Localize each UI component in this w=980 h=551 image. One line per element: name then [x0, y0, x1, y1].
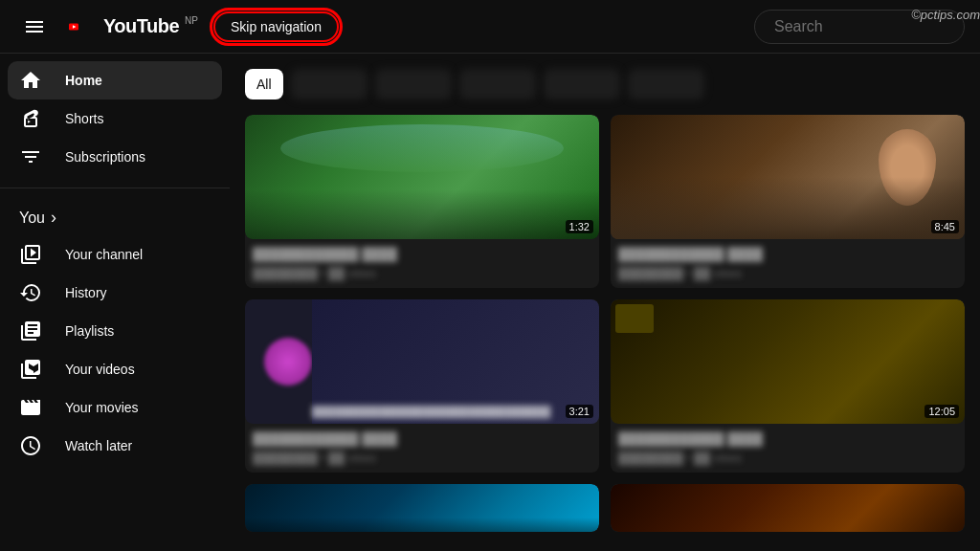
sidebar-your-videos-label: Your videos: [65, 362, 135, 377]
header: YouTube NP Skip navigation Search ©pctip…: [0, 0, 980, 54]
video-card-1[interactable]: 1:32 ████████████ ████ ████████ • ██ vie…: [245, 115, 599, 288]
your-videos-icon: [19, 358, 42, 381]
sidebar-playlists-label: Playlists: [65, 323, 114, 339]
chip-blurred-3: [459, 69, 536, 99]
skip-navigation-button[interactable]: Skip navigation: [213, 11, 339, 42]
thumb-image-2: [611, 115, 965, 239]
thumb-image-3: ████████████████████████████████: [245, 299, 599, 424]
thumb-image-4: [611, 299, 965, 424]
video-thumbnail-6: [611, 484, 965, 532]
your-movies-icon: [19, 396, 42, 419]
sidebar-history-label: History: [65, 285, 107, 300]
sidebar-item-playlists[interactable]: Playlists: [8, 312, 222, 350]
shorts-icon: [19, 107, 42, 130]
duration-badge-2: 8:45: [931, 220, 959, 233]
chip-blurred-2: [375, 69, 452, 99]
chip-all[interactable]: All: [245, 69, 283, 99]
video-info-1: ████████████ ████ ████████ • ██ views: [245, 239, 599, 288]
sidebar-item-your-videos[interactable]: Your videos: [8, 350, 222, 388]
thumb-text-3: ████████████████████████████████: [312, 405, 591, 418]
video-grid: 1:32 ████████████ ████ ████████ • ██ vie…: [245, 115, 965, 473]
video-card-2[interactable]: 8:45 ████████████ ████ ████████ • ██ vie…: [611, 115, 965, 288]
sidebar-watch-later-label: Watch later: [65, 438, 132, 453]
video-title-4: ████████████ ████: [618, 431, 957, 448]
thumb-image-6: [611, 484, 965, 532]
subscriptions-icon: [19, 145, 42, 168]
youtube-logo[interactable]: YouTube NP: [69, 15, 198, 37]
header-left: YouTube NP Skip navigation: [15, 8, 339, 46]
country-code: NP: [185, 15, 198, 26]
video-card-3[interactable]: ████████████████████████████████ 3:21 ██…: [245, 299, 599, 473]
video-info-4: ████████████ ████ ████████ • ██ views: [611, 424, 965, 473]
duration-badge-3: 3:21: [566, 405, 593, 418]
sidebar: Home Shorts Subscriptions You › Your cha…: [0, 54, 230, 551]
video-title-3: ████████████ ████: [253, 431, 591, 448]
video-card-6[interactable]: [611, 484, 965, 532]
sidebar-item-subscriptions[interactable]: Subscriptions: [8, 138, 222, 176]
video-thumbnail-3: ████████████████████████████████ 3:21: [245, 299, 599, 424]
video-meta-1: ████████ • ██ views: [253, 267, 591, 280]
sidebar-item-history[interactable]: History: [8, 274, 222, 312]
youtube-text: YouTube: [103, 15, 179, 37]
sidebar-channel-label: Your channel: [65, 247, 143, 262]
chip-blurred-5: [628, 69, 704, 99]
thumb-image-1: [245, 115, 599, 239]
sidebar-item-home[interactable]: Home: [8, 61, 222, 99]
filter-chips-row: All: [245, 69, 965, 99]
duration-badge-1: 1:32: [566, 220, 593, 233]
sidebar-item-shorts[interactable]: Shorts: [8, 99, 222, 138]
sidebar-item-your-channel[interactable]: Your channel: [8, 235, 222, 274]
video-info-3: ████████████ ████ ████████ • ██ views: [245, 424, 599, 473]
video-info-2: ████████████ ████ ████████ • ██ views: [611, 239, 965, 288]
sidebar-shorts-label: Shorts: [65, 111, 103, 126]
sidebar-home-label: Home: [65, 73, 102, 88]
video-thumbnail-4: 12:05: [611, 299, 965, 424]
video-meta-2: ████████ • ██ views: [618, 267, 957, 280]
watch-later-icon: [19, 434, 42, 457]
thumb-image-5: [245, 484, 599, 532]
video-grid-row2: [245, 484, 965, 532]
search-placeholder: Search: [774, 18, 823, 35]
main-content: All 1:32 ████████████ ████ ████████ • ██…: [230, 54, 980, 551]
chip-blurred-1: [291, 69, 368, 99]
video-thumbnail-5: [245, 484, 599, 532]
you-label: You: [19, 209, 45, 227]
sidebar-your-movies-label: Your movies: [65, 400, 139, 415]
you-section-header[interactable]: You ›: [0, 200, 230, 235]
video-thumbnail-2: 8:45: [611, 115, 965, 239]
sidebar-subscriptions-label: Subscriptions: [65, 149, 145, 165]
video-title-1: ████████████ ████: [253, 247, 591, 263]
video-thumbnail-1: 1:32: [245, 115, 599, 239]
you-chevron: ›: [51, 208, 56, 228]
duration-badge-4: 12:05: [924, 405, 959, 418]
video-title-2: ████████████ ████: [618, 247, 957, 263]
video-card-5[interactable]: [245, 484, 599, 532]
playlists-icon: [19, 320, 42, 342]
video-card-4[interactable]: 12:05 ████████████ ████ ████████ • ██ vi…: [611, 299, 965, 473]
hamburger-icon[interactable]: [15, 8, 54, 46]
sidebar-item-your-movies[interactable]: Your movies: [8, 388, 222, 427]
video-meta-3: ████████ • ██ views: [253, 452, 591, 465]
sidebar-item-watch-later[interactable]: Watch later: [8, 427, 222, 465]
watermark: ©pctips.com: [911, 8, 980, 22]
video-meta-4: ████████ • ██ views: [618, 452, 957, 465]
channel-icon: [19, 243, 42, 266]
home-icon: [19, 69, 42, 92]
chip-blurred-4: [544, 69, 620, 99]
sidebar-divider-1: [0, 187, 230, 188]
history-icon: [19, 281, 42, 304]
